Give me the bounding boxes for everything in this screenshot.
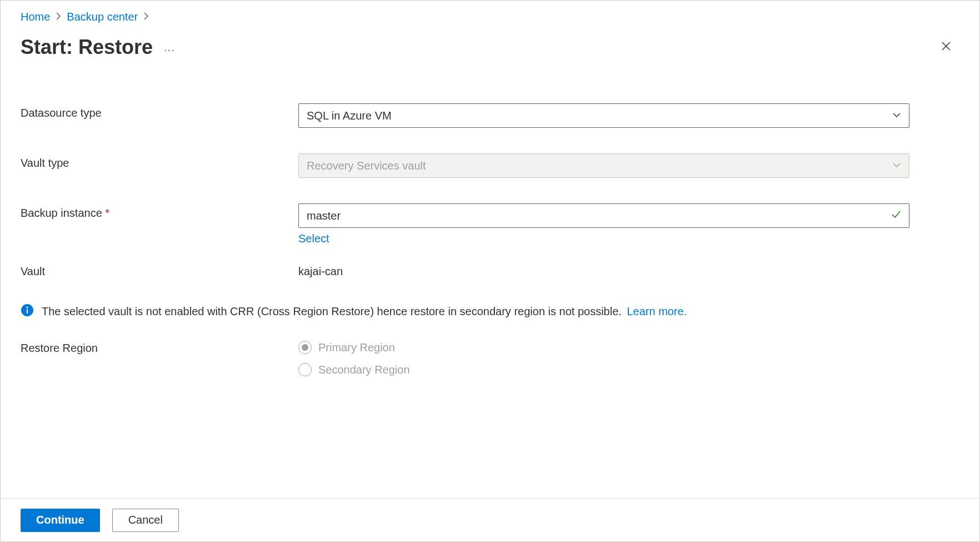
page-title: Start: Restore (21, 36, 153, 59)
chevron-down-icon (892, 110, 901, 122)
vault-value: kajai-can (298, 262, 909, 278)
checkmark-icon (891, 210, 901, 222)
breadcrumb-backup-center[interactable]: Backup center (67, 11, 138, 23)
datasource-type-value: SQL in Azure VM (307, 110, 392, 122)
info-message: The selected vault is not enabled with C… (42, 305, 622, 317)
radio-secondary-label: Secondary Region (318, 364, 410, 376)
vault-type-label: Vault type (21, 153, 298, 170)
select-backup-instance-link[interactable]: Select (298, 232, 329, 245)
datasource-type-select[interactable]: SQL in Azure VM (298, 103, 909, 128)
vault-type-value: Recovery Services vault (307, 160, 426, 172)
backup-instance-label: Backup instance * (21, 203, 298, 220)
backup-instance-value: master (307, 210, 341, 222)
radio-icon (298, 341, 312, 354)
continue-button[interactable]: Continue (21, 509, 100, 532)
info-icon (21, 304, 34, 320)
radio-primary-region: Primary Region (298, 341, 909, 354)
chevron-right-icon (143, 12, 149, 22)
info-banner: The selected vault is not enabled with C… (21, 304, 959, 320)
breadcrumb-home[interactable]: Home (21, 11, 50, 23)
breadcrumb: Home Backup center (21, 11, 959, 23)
svg-rect-1 (27, 309, 28, 314)
cancel-button[interactable]: Cancel (112, 509, 179, 532)
backup-instance-input[interactable]: master (298, 203, 909, 228)
more-actions-icon[interactable]: ··· (164, 39, 175, 56)
learn-more-link[interactable]: Learn more. (627, 305, 687, 317)
close-icon[interactable] (937, 37, 955, 58)
vault-type-select: Recovery Services vault (298, 153, 909, 178)
radio-primary-label: Primary Region (318, 341, 395, 354)
restore-region-label: Restore Region (21, 339, 298, 355)
chevron-right-icon (56, 12, 61, 22)
radio-secondary-region: Secondary Region (298, 363, 909, 376)
footer: Continue Cancel (1, 498, 979, 541)
chevron-down-icon (892, 160, 901, 172)
vault-label: Vault (21, 262, 298, 278)
svg-point-2 (27, 307, 28, 309)
radio-icon (298, 363, 312, 376)
datasource-type-label: Datasource type (21, 103, 298, 120)
